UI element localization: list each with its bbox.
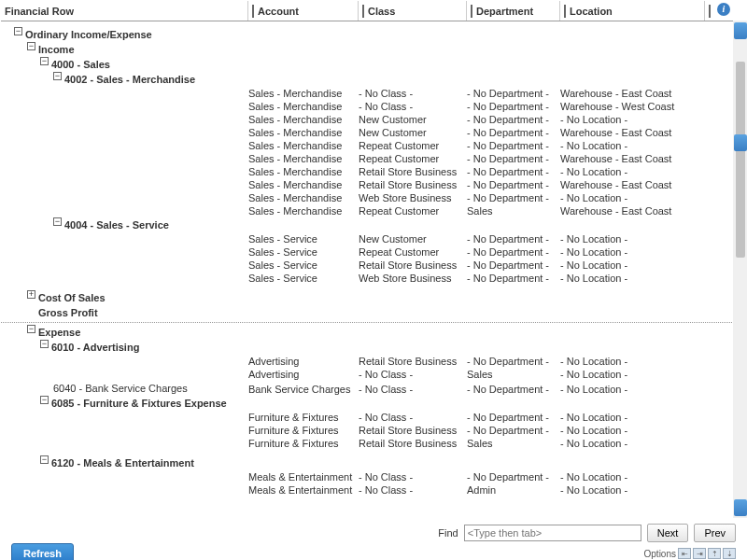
scroll-handle-top[interactable] (734, 22, 747, 39)
grid-body[interactable]: −Ordinary Income/Expense −Income −4000 -… (1, 21, 734, 519)
cell-class: Web Store Business (359, 191, 467, 204)
info-icon[interactable]: i (717, 3, 730, 16)
table-row[interactable]: Sales - MerchandiseRepeat CustomerSalesW… (1, 204, 734, 217)
table-row[interactable]: Sales - ServiceRepeat Customer- No Depar… (1, 245, 734, 259)
cell-location: - No Location - (560, 368, 705, 381)
table-row[interactable]: Furniture & Fixtures ExpenseRetail Store… (1, 437, 734, 450)
cell-location: - No Location - (560, 424, 705, 437)
table-row[interactable]: Furniture & Fixtures ExpenseRetail Store… (1, 424, 734, 437)
cell-location: - No Location - (560, 470, 705, 483)
cell-class: New Customer (359, 113, 467, 126)
table-row[interactable]: Sales - MerchandiseNew Customer- No Depa… (1, 126, 734, 139)
collapse-icon[interactable]: − (40, 396, 49, 404)
table-row[interactable]: Sales - MerchandiseWeb Store Business- N… (1, 191, 734, 204)
table-row[interactable]: Sales - MerchandiseRetail Store Business… (1, 165, 734, 178)
collapse-vertical-icon[interactable]: ⇡ (708, 548, 721, 559)
collapse-icon[interactable]: − (27, 42, 35, 50)
cell-location: - No Location - (560, 355, 705, 368)
table-row[interactable]: Meals & Entertainment- No Class -Admin- … (1, 483, 734, 497)
header-account[interactable]: Account (248, 1, 359, 21)
table-row[interactable]: Sales - Merchandise- No Class -- No Depa… (1, 100, 734, 113)
cell-account: Sales - Merchandise (248, 113, 359, 126)
cell-location: - No Location - (560, 437, 705, 450)
header-class[interactable]: Class (359, 1, 467, 21)
cell-class: Repeat Customer (359, 139, 467, 152)
cell-account: Sales - Merchandise (248, 204, 359, 217)
table-row[interactable]: Furniture & Fixtures Expense- No Class -… (1, 411, 734, 424)
table-row[interactable]: Sales - MerchandiseRepeat Customer- No D… (1, 152, 734, 165)
tree-income[interactable]: −Income (1, 42, 734, 57)
cell-department: - No Department - (467, 100, 560, 113)
collapse-icon[interactable]: − (14, 27, 22, 35)
tree-expense[interactable]: −Expense (1, 325, 734, 340)
cell-class: Retail Store Business (359, 178, 467, 191)
cell-class: Retail Store Business (359, 437, 467, 450)
tree-4004-service[interactable]: −4004 - Sales - Service (1, 217, 734, 232)
tree-cost-of-sales[interactable]: +Cost Of Sales (1, 290, 734, 305)
table-row[interactable]: Advertising- No Class -Sales- No Locatio… (1, 368, 734, 381)
cell-account: Sales - Merchandise (248, 165, 359, 178)
cell-class: Web Store Business (359, 272, 467, 285)
cell-department: - No Department - (467, 383, 560, 396)
scroll-handle-mid[interactable] (734, 134, 747, 151)
cell-class: Repeat Customer (359, 152, 467, 165)
cell-class: - No Class - (359, 483, 467, 497)
cell-class: New Customer (359, 126, 467, 139)
collapse-icon[interactable]: − (40, 340, 49, 348)
expand-vertical-icon[interactable]: ⇣ (723, 548, 736, 559)
prev-button[interactable]: Prev (694, 524, 736, 542)
cell-class: Retail Store Business (359, 165, 467, 178)
expand-icon[interactable]: + (27, 290, 35, 299)
cell-account: Advertising (248, 368, 359, 381)
cell-account: Sales - Merchandise (248, 87, 359, 100)
cell-account: Sales - Service (248, 245, 359, 259)
cell-account: Furniture & Fixtures Expense (248, 424, 359, 437)
expand-horizontal-icon[interactable]: ⇥ (693, 548, 706, 559)
tree-6120-meals[interactable]: −6120 - Meals & Entertainment (1, 455, 734, 470)
cell-class: Retail Store Business (359, 355, 467, 368)
table-row[interactable]: Bank Service Charges- No Class -- No Dep… (1, 383, 734, 396)
cell-account: Sales - Merchandise (248, 100, 359, 113)
tree-6085-furniture[interactable]: −6085 - Furniture & Fixtures Expense (1, 396, 734, 411)
table-row[interactable]: Sales - MerchandiseNew Customer- No Depa… (1, 113, 734, 126)
column-headers: Financial Row Account Class Department L… (1, 1, 746, 21)
table-row[interactable]: AdvertisingRetail Store Business- No Dep… (1, 355, 734, 368)
table-row[interactable]: Meals & Entertainment- No Class -- No De… (1, 470, 734, 483)
cell-department: Sales (467, 204, 560, 217)
tree-ordinary-income[interactable]: −Ordinary Income/Expense (1, 27, 734, 42)
cell-account: Meals & Entertainment (248, 483, 359, 497)
cell-location: - No Location - (560, 165, 705, 178)
table-row[interactable]: Sales - ServiceRetail Store Business- No… (1, 259, 734, 272)
table-row[interactable]: Sales - MerchandiseRetail Store Business… (1, 178, 734, 191)
find-input[interactable] (464, 525, 641, 541)
cell-class: New Customer (359, 232, 467, 245)
cell-department: - No Department - (467, 191, 560, 204)
cell-department: - No Department - (467, 113, 560, 126)
collapse-icon[interactable]: − (40, 455, 49, 464)
table-row[interactable]: Sales - ServiceNew Customer- No Departme… (1, 232, 734, 245)
options-label[interactable]: Options (644, 549, 676, 559)
table-row[interactable]: Sales - Merchandise- No Class -- No Depa… (1, 87, 734, 100)
cell-department: Admin (467, 483, 560, 497)
table-row[interactable]: Sales - ServiceWeb Store Business- No De… (1, 272, 734, 285)
next-button[interactable]: Next (647, 524, 689, 542)
table-row[interactable]: Sales - MerchandiseRepeat Customer- No D… (1, 139, 734, 152)
tree-6010-advertising[interactable]: −6010 - Advertising (1, 340, 734, 355)
header-location[interactable]: Location (560, 1, 705, 21)
header-financial-row[interactable]: Financial Row (1, 1, 248, 21)
tree-4002-merch[interactable]: −4002 - Sales - Merchandise (1, 72, 734, 87)
header-department[interactable]: Department (467, 1, 560, 21)
refresh-button[interactable]: Refresh (11, 543, 74, 560)
cell-department: - No Department - (467, 152, 560, 165)
collapse-icon[interactable]: − (40, 57, 49, 65)
vertical-scrollbar[interactable] (733, 21, 747, 518)
collapse-icon[interactable]: − (53, 72, 62, 80)
tree-4000-sales[interactable]: −4000 - Sales (1, 57, 734, 72)
cell-department: - No Department - (467, 87, 560, 100)
scroll-thumb[interactable] (736, 62, 745, 258)
scroll-handle-bottom[interactable] (734, 499, 747, 516)
collapse-icon[interactable]: − (27, 325, 35, 333)
collapse-horizontal-icon[interactable]: ⇤ (678, 548, 691, 559)
cell-account: Sales - Merchandise (248, 126, 359, 139)
collapse-icon[interactable]: − (53, 217, 62, 226)
